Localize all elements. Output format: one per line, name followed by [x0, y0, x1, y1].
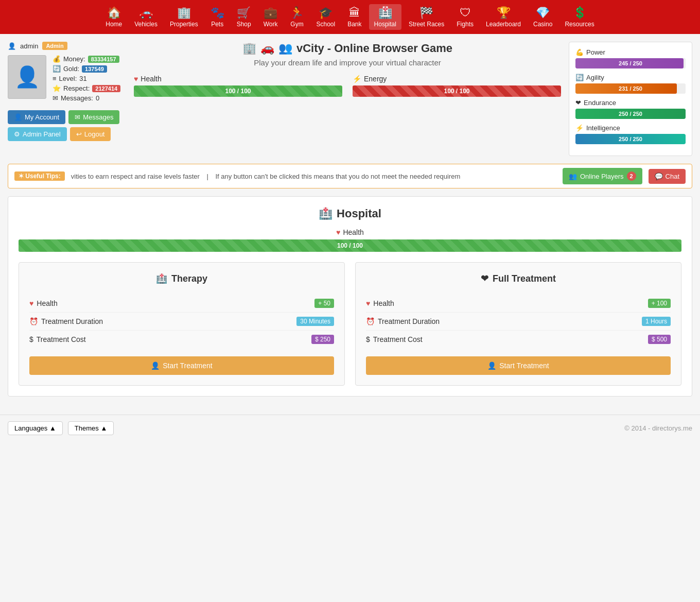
hospital-icon: 🏥	[378, 6, 392, 20]
right-panel: 💪 Power 245 / 250 🔄 Agility	[569, 42, 692, 156]
footer: Languages ▲ Themes ▲ © 2014 - directorys…	[0, 415, 700, 441]
nav-work[interactable]: 💼 Work	[258, 4, 283, 30]
gear-icon: ⚙	[14, 130, 20, 138]
car-icon: 🚗	[260, 42, 274, 55]
level-value: 31	[79, 75, 86, 82]
attributes-box: 💪 Power 245 / 250 🔄 Agility	[569, 42, 692, 156]
hospital-health-bar: 100 / 100	[19, 239, 681, 252]
intelligence-icon: ⚡	[575, 124, 584, 132]
pets-icon: 🐾	[211, 6, 224, 20]
respect-value: 2127414	[92, 85, 120, 92]
intelligence-bar: 250 / 250	[575, 134, 686, 144]
nav-street-races[interactable]: 🏁 Street Races	[404, 4, 449, 30]
therapy-duration-row: ⏰ Treatment Duration 30 Minutes	[29, 313, 334, 331]
treatment-row: 🏥 Therapy ♥ Health + 50 ⏰ Treatment Dura…	[19, 262, 681, 386]
group-icon: 👥	[569, 173, 577, 180]
online-count: 2	[627, 171, 636, 181]
username: admin	[20, 42, 38, 50]
heart-icon: ♥	[134, 75, 138, 83]
game-title: 🏢 🚗 👥 vCity - Online Browser Game	[134, 42, 561, 55]
full-treatment-duration-value: 1 Hours	[642, 317, 671, 326]
nav-pets[interactable]: 🐾 Pets	[205, 4, 230, 30]
nav-bank[interactable]: 🏛 Bank	[342, 4, 366, 30]
nav-fights[interactable]: 🛡 Fights	[451, 4, 479, 30]
agility-icon: 🔄	[575, 74, 584, 81]
fights-icon: 🛡	[460, 6, 471, 20]
logout-icon: ↩	[76, 130, 82, 138]
energy-bar: 100 / 100	[353, 85, 561, 97]
endurance-attr: ❤ Endurance 250 / 250	[575, 99, 686, 119]
nav-vehicles[interactable]: 🚗 Vehicles	[129, 4, 163, 30]
energy-stat: ⚡ Energy 100 / 100	[353, 75, 561, 97]
game-title-box: 🏢 🚗 👥 vCity - Online Browser Game Play y…	[134, 42, 561, 67]
nav-hospital[interactable]: 🏥 Hospital	[369, 4, 401, 30]
vehicles-icon: 🚗	[139, 6, 153, 20]
left-panel: 👤 admin Admin 👤 💰 Money: 83334157 🔄	[8, 42, 126, 156]
footer-copyright: © 2014 - directorys.me	[624, 424, 692, 432]
resources-icon: 💲	[573, 6, 587, 20]
therapy-health-bonus: + 50	[314, 299, 334, 308]
nav-school[interactable]: 🎓 School	[311, 4, 340, 30]
envelope-icon: ✉	[75, 113, 80, 121]
gold-icon: 🔄	[52, 65, 61, 73]
health-bar: 100 / 100	[134, 85, 342, 97]
street-races-icon: 🏁	[419, 6, 433, 20]
admin-bar: 👤 admin Admin	[8, 42, 126, 50]
endurance-bar-text: 250 / 250	[619, 111, 642, 117]
full-treatment-cost-row: $ Treatment Cost $ 500	[366, 331, 671, 348]
full-treatment-start-button[interactable]: 👤 Start Treatment	[366, 356, 671, 375]
therapy-start-icon: 👤	[151, 362, 160, 370]
nav-shop[interactable]: 🛒 Shop	[232, 4, 256, 30]
admin-badge: Admin	[42, 42, 67, 50]
nav-gym[interactable]: 🏃 Gym	[285, 4, 309, 30]
user-icon: 👤	[8, 42, 16, 50]
avatar: 👤	[8, 55, 46, 99]
tips-label: ✶ Useful Tips:	[14, 171, 65, 181]
nav-home[interactable]: 🏠 Home	[100, 4, 127, 30]
full-treatment-heart-icon: ♥	[366, 299, 370, 307]
hospital-section: 🏥 Hospital ♥ Health 100 / 100 🏥 Therapy	[8, 196, 692, 397]
logout-button[interactable]: ↩ Logout	[70, 127, 111, 141]
nav-resources[interactable]: 💲 Resources	[559, 4, 599, 30]
messages-button[interactable]: ✉ Messages	[68, 110, 119, 124]
agility-bar-text: 231 / 250	[619, 85, 642, 92]
health-stat: ♥ Health 100 / 100	[134, 75, 342, 97]
people-icon: 👥	[278, 42, 292, 55]
ticker-bar: ✶ Useful Tips: vities to earn respect an…	[8, 164, 692, 188]
energy-bar-text: 100 / 100	[444, 88, 469, 95]
health-bar-text: 100 / 100	[225, 88, 251, 95]
gold-value: 137549	[82, 65, 107, 73]
respect-row: ⭐ Respect: 2127414	[52, 84, 126, 92]
energy-icon: ⚡	[353, 75, 361, 83]
money-value: 83334157	[88, 56, 119, 63]
admin-panel-button[interactable]: ⚙ Admin Panel	[8, 127, 67, 141]
languages-button[interactable]: Languages ▲	[8, 421, 63, 435]
hospital-health-text: 100 / 100	[337, 242, 363, 249]
therapy-clock-icon: ⏰	[29, 317, 38, 325]
chat-button[interactable]: 💬 Chat	[649, 169, 686, 184]
money-icon: 💰	[52, 55, 61, 63]
center-panel: 🏢 🚗 👥 vCity - Online Browser Game Play y…	[134, 42, 561, 156]
nav-casino[interactable]: 💎 Casino	[528, 4, 557, 30]
themes-button[interactable]: Themes ▲	[68, 421, 114, 435]
hospital-health: ♥ Health 100 / 100	[19, 228, 681, 252]
full-treatment-start-icon: 👤	[487, 362, 496, 370]
therapy-start-button[interactable]: 👤 Start Treatment	[29, 356, 334, 375]
power-attr: 💪 Power 245 / 250	[575, 48, 686, 68]
online-players-button[interactable]: 👥 Online Players 2	[563, 168, 642, 184]
money-row: 💰 Money: 83334157	[52, 55, 126, 63]
therapy-duration-value: 30 Minutes	[296, 317, 334, 326]
power-bar-text: 245 / 250	[619, 60, 642, 66]
gym-icon: 🏃	[290, 6, 304, 20]
account-icon: 👤	[14, 113, 22, 121]
nav-properties[interactable]: 🏢 Properties	[165, 4, 203, 30]
nav-leaderboard[interactable]: 🏆 Leaderboard	[481, 4, 526, 30]
energy-label: ⚡ Energy	[353, 75, 561, 83]
my-account-button[interactable]: 👤 My Account	[8, 110, 65, 124]
shop-icon: 🛒	[237, 6, 251, 20]
action-buttons: 👤 My Account ✉ Messages ⚙ Admin Panel ↩ …	[8, 110, 126, 141]
building-icon: 🏢	[242, 42, 256, 55]
endurance-bar: 250 / 250	[575, 109, 686, 119]
intelligence-bar-text: 250 / 250	[619, 136, 642, 142]
power-bar: 245 / 250	[575, 58, 686, 68]
